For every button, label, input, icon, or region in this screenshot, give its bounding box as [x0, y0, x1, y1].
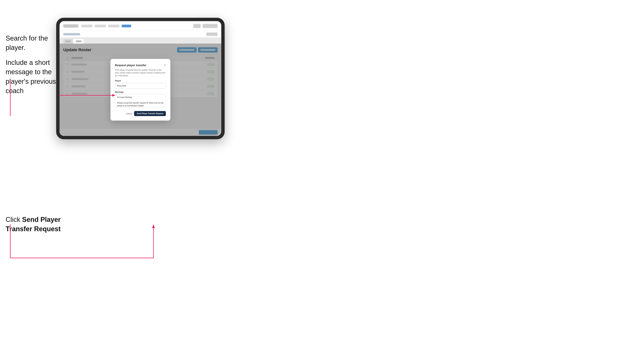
- header-right: [193, 24, 218, 28]
- tab-2-active: [74, 39, 84, 43]
- message-field-label: Message: [115, 91, 166, 93]
- header-btn-2: [202, 24, 218, 28]
- close-icon[interactable]: ×: [164, 63, 166, 67]
- svg-marker-6: [152, 224, 155, 228]
- sub-header: [60, 31, 221, 38]
- modal-description: If the player is transferring from anoth…: [115, 69, 166, 77]
- breadcrumb-right: [206, 32, 218, 36]
- request-transfer-modal: Request player transfer × If the player …: [110, 59, 170, 121]
- nav-item-3: [108, 25, 120, 27]
- tablet-screen: Update Roster: [60, 21, 221, 136]
- tab-1: [63, 39, 73, 43]
- breadcrumb-item: [63, 33, 80, 35]
- tablet-device: Update Roster: [56, 18, 225, 139]
- modal-footer: Cancel Send Player Transfer Request: [115, 111, 166, 116]
- cancel-button[interactable]: Cancel: [126, 113, 132, 115]
- nav-item-1: [81, 25, 92, 27]
- header-btn-1: [193, 24, 201, 28]
- nav-item-active: [122, 25, 131, 27]
- annotation-click-text: Click Send Player Transfer Request: [6, 215, 62, 234]
- annotation-message-text: Include a short message to the player's …: [6, 58, 58, 96]
- tab-2-label: [76, 40, 82, 42]
- tab-bar: [60, 38, 221, 43]
- nav-item-2: [95, 25, 106, 27]
- modal-title: Request player transfer: [115, 64, 146, 67]
- tab-1-label: [65, 40, 71, 42]
- annotation-message-label: Include a short message to the player's …: [6, 59, 56, 95]
- modal-overlay: Request player transfer × If the player …: [60, 43, 221, 136]
- app-logo: [63, 24, 78, 28]
- annotation-click-prefix: Click: [6, 216, 22, 223]
- main-content: Update Roster: [60, 43, 221, 136]
- send-transfer-request-button[interactable]: Send Player Transfer Request: [134, 111, 166, 116]
- message-textarea[interactable]: Hi Coach McHarg, Please accept this tran…: [115, 94, 166, 107]
- app-header: [60, 21, 221, 31]
- player-field-label: Player: [115, 80, 166, 82]
- nav-items: [81, 25, 190, 27]
- annotation-search-text: Search for the player.: [6, 34, 54, 52]
- modal-header: Request player transfer ×: [115, 63, 166, 67]
- player-input[interactable]: [115, 83, 166, 89]
